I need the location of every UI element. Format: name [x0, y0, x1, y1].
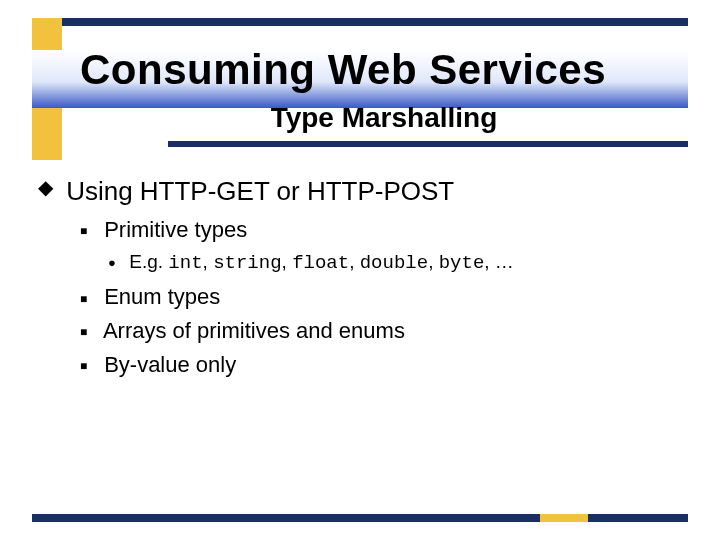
bullet-level-1-text: Primitive types: [104, 217, 247, 242]
square-bullet-icon: ■: [80, 358, 98, 374]
square-bullet-icon: ■: [80, 291, 98, 307]
bottom-rule-gold-segment: [540, 514, 588, 522]
slide-subtitle: Type Marshalling: [80, 102, 688, 134]
code-string: string: [213, 252, 281, 274]
top-rule-gold-segment: [32, 18, 62, 26]
bottom-rule: [32, 514, 688, 522]
bullet-level-1: ■ Arrays of primitives and enums: [80, 316, 680, 346]
slide-title: Consuming Web Services: [80, 46, 688, 94]
top-rule: [32, 18, 688, 26]
bullet-level-1-text: Enum types: [104, 284, 220, 309]
bullet-level-2-text: E.g. int, string, float, double, byte, …: [129, 251, 514, 272]
code-double: double: [360, 252, 428, 274]
eg-suffix: , …: [484, 251, 514, 272]
code-byte: byte: [439, 252, 485, 274]
bullet-level-1: ■ Primitive types: [80, 215, 680, 245]
code-int: int: [168, 252, 202, 274]
subtitle-underline: [168, 141, 688, 147]
eg-prefix: E.g.: [129, 251, 168, 272]
slide-body: ◆ Using HTTP-GET or HTTP-POST ■ Primitiv…: [38, 172, 680, 383]
slide: Consuming Web Services Type Marshalling …: [0, 0, 720, 540]
sep: ,: [203, 251, 214, 272]
sep: ,: [428, 251, 439, 272]
dot-bullet-icon: ●: [108, 254, 124, 272]
square-bullet-icon: ■: [80, 223, 98, 239]
bullet-level-0-text: Using HTTP-GET or HTTP-POST: [66, 174, 454, 209]
sep: ,: [282, 251, 293, 272]
level-1-list: ■ Primitive types ● E.g. int, string, fl…: [80, 215, 680, 379]
bullet-level-0: ◆ Using HTTP-GET or HTTP-POST: [38, 174, 680, 209]
bullet-level-2: ● E.g. int, string, float, double, byte,…: [108, 249, 680, 277]
sep: ,: [349, 251, 360, 272]
level-2-list: ● E.g. int, string, float, double, byte,…: [108, 249, 680, 277]
bullet-level-1: ■ By-value only: [80, 350, 680, 380]
bullet-level-1-text: By-value only: [104, 352, 236, 377]
square-bullet-icon: ■: [80, 324, 98, 340]
diamond-bullet-icon: ◆: [38, 174, 60, 201]
code-float: float: [292, 252, 349, 274]
bullet-level-1-text: Arrays of primitives and enums: [103, 318, 405, 343]
bullet-level-1: ■ Enum types: [80, 282, 680, 312]
